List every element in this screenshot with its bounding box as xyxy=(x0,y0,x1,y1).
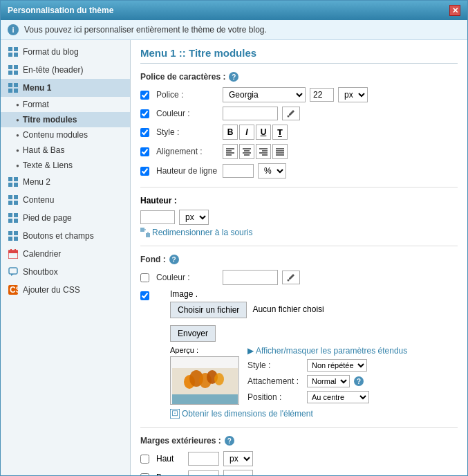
bullet-icon: ● xyxy=(16,132,19,138)
sidebar-subitem-titre-modules[interactable]: ● Titre modules xyxy=(1,112,130,127)
choose-file-button[interactable]: Choisir un fichier xyxy=(170,302,247,318)
sidebar-item-format-blog[interactable]: Format du blog xyxy=(1,43,130,61)
font-select[interactable]: Georgia xyxy=(223,87,306,102)
style-checkbox[interactable] xyxy=(140,128,149,137)
preview-image xyxy=(172,368,238,404)
font-size-input[interactable] xyxy=(310,88,334,102)
file-buttons: Choisir un fichier Aucun fichier choisi xyxy=(170,302,407,318)
sidebar-subitem-format[interactable]: ● Format xyxy=(1,97,130,112)
style-row: Style : B I U T̲ xyxy=(140,125,458,140)
help-icon-attachement[interactable]: ? xyxy=(354,376,364,386)
sidebar-item-entete[interactable]: En-tête (header) xyxy=(1,61,130,79)
marges-bas-input[interactable]: 0 xyxy=(188,470,219,475)
section-title: Menu 1 :: Titre modules xyxy=(140,47,458,64)
strikethrough-button[interactable]: T̲ xyxy=(272,125,288,140)
svg-rect-25 xyxy=(14,231,18,235)
align-justify-button[interactable] xyxy=(272,144,288,159)
fond-couleur-checkbox[interactable] xyxy=(140,273,149,282)
style-label: Style : xyxy=(156,127,218,137)
send-button[interactable]: Envoyer xyxy=(170,325,216,342)
attachement-opt-select[interactable]: Normal xyxy=(307,375,350,387)
marges-haut-checkbox[interactable] xyxy=(140,455,149,464)
preview-container: Aperçu : xyxy=(170,346,239,405)
svg-rect-5 xyxy=(14,65,18,69)
fond-image-checkbox[interactable] xyxy=(140,291,149,300)
sidebar-item-shoutbox[interactable]: Shoutbox xyxy=(1,263,130,281)
sidebar-subitem-contenu-modules[interactable]: ● Contenu modules xyxy=(1,127,130,143)
svg-rect-7 xyxy=(14,71,18,75)
hauteur-ligne-unit-select[interactable]: % xyxy=(258,163,286,178)
resize-link[interactable]: Redimensionner à la souris xyxy=(140,228,458,237)
separator-2 xyxy=(140,246,458,246)
svg-rect-20 xyxy=(8,213,12,217)
italic-button[interactable]: I xyxy=(239,125,254,140)
align-buttons xyxy=(223,144,288,159)
hauteur-unit-select[interactable]: px xyxy=(179,210,209,225)
align-center-button[interactable] xyxy=(239,144,254,159)
window-title: Personnalisation du thème xyxy=(8,6,113,15)
couleur-input[interactable]: #ffffff xyxy=(223,107,278,120)
svg-rect-16 xyxy=(8,195,12,199)
marges-bas-unit[interactable]: px xyxy=(223,470,253,475)
svg-rect-63 xyxy=(172,394,238,404)
position-opt-select[interactable]: Au centre xyxy=(307,391,369,403)
sidebar-item-contenu[interactable]: Contenu xyxy=(1,191,130,209)
grid-icon-2 xyxy=(8,64,19,75)
help-icon-fond[interactable]: ? xyxy=(169,255,179,264)
sidebar-item-menu2[interactable]: Menu 2 xyxy=(1,173,130,191)
close-button[interactable]: ✕ xyxy=(449,5,460,16)
style-opt-select[interactable]: Non répétée xyxy=(307,359,367,372)
underline-button[interactable]: U xyxy=(256,125,271,140)
dimensions-text: Obtenir les dimensions de l'élément xyxy=(182,409,313,419)
sidebar-item-menu1[interactable]: Menu 1 xyxy=(1,79,130,97)
marges-bas-checkbox[interactable] xyxy=(140,473,149,476)
fond-eyedropper-button[interactable] xyxy=(282,271,300,284)
sidebar-label: Haut & Bas xyxy=(23,145,65,155)
marges-section: Marges extérieures : ? Haut 0 px Bas 0 xyxy=(140,436,458,475)
marges-haut-input[interactable]: 0 xyxy=(188,452,219,466)
marges-bas-label: Bas xyxy=(156,473,184,475)
alignement-row: Alignement : xyxy=(140,144,458,159)
dimensions-link[interactable]: ⊡ Obtenir les dimensions de l'élément xyxy=(170,409,407,419)
help-icon-marges[interactable]: ? xyxy=(225,436,234,446)
position-opt-row: Position : Au centre xyxy=(247,391,407,403)
attachement-opt-row: Attachement : Normal ? xyxy=(247,375,407,387)
sidebar-item-boutons-champs[interactable]: Boutons et champs xyxy=(1,227,130,245)
svg-point-56 xyxy=(288,280,290,282)
sidebar-label: Contenu xyxy=(23,195,54,205)
info-text: Vous pouvez ici personnaliser entièremen… xyxy=(24,25,267,35)
hauteur-ligne-input[interactable]: 750 xyxy=(223,164,254,178)
marges-haut-unit[interactable]: px xyxy=(223,451,253,466)
sidebar-label: Calendrier xyxy=(23,249,61,259)
chat-icon xyxy=(8,266,19,277)
hauteur-input[interactable]: 117 xyxy=(140,210,175,224)
alignement-checkbox[interactable] xyxy=(140,147,149,156)
font-unit-select[interactable]: px xyxy=(338,87,368,102)
police-checkbox[interactable] xyxy=(140,91,149,100)
svg-rect-11 xyxy=(14,89,18,93)
sidebar-item-ajouter-css[interactable]: CSS Ajouter du CSS xyxy=(1,281,130,299)
separator-1 xyxy=(140,187,458,187)
align-left-button[interactable] xyxy=(223,144,238,159)
svg-rect-52 xyxy=(140,228,144,232)
image-section: Image . Choisir un fichier Aucun fichier… xyxy=(170,289,407,419)
svg-rect-10 xyxy=(8,89,12,93)
svg-rect-24 xyxy=(8,231,12,235)
sidebar-item-pied-page[interactable]: Pied de page xyxy=(1,209,130,227)
align-right-button[interactable] xyxy=(256,144,271,159)
svg-rect-26 xyxy=(8,237,12,241)
couleur-checkbox[interactable] xyxy=(140,109,149,118)
svg-point-62 xyxy=(214,373,224,385)
sidebar-item-calendrier[interactable]: Calendrier xyxy=(1,245,130,263)
show-params-link[interactable]: ▶ Afficher/masquer les paramètres étendu… xyxy=(247,346,407,356)
main-content: Format du blog En-tête (header) Menu 1 ●… xyxy=(1,40,467,475)
eyedropper-button[interactable] xyxy=(282,107,300,120)
image-options: ▶ Afficher/masquer les paramètres étendu… xyxy=(247,346,407,405)
svg-text:⊡: ⊡ xyxy=(171,409,178,418)
help-icon-police[interactable]: ? xyxy=(229,72,238,82)
bold-button[interactable]: B xyxy=(223,125,238,140)
sidebar-subitem-texte-liens[interactable]: ● Texte & Liens xyxy=(1,158,130,173)
svg-text:CSS: CSS xyxy=(10,285,18,295)
hauteur-ligne-checkbox[interactable] xyxy=(140,167,149,176)
sidebar-subitem-haut-bas[interactable]: ● Haut & Bas xyxy=(1,143,130,158)
